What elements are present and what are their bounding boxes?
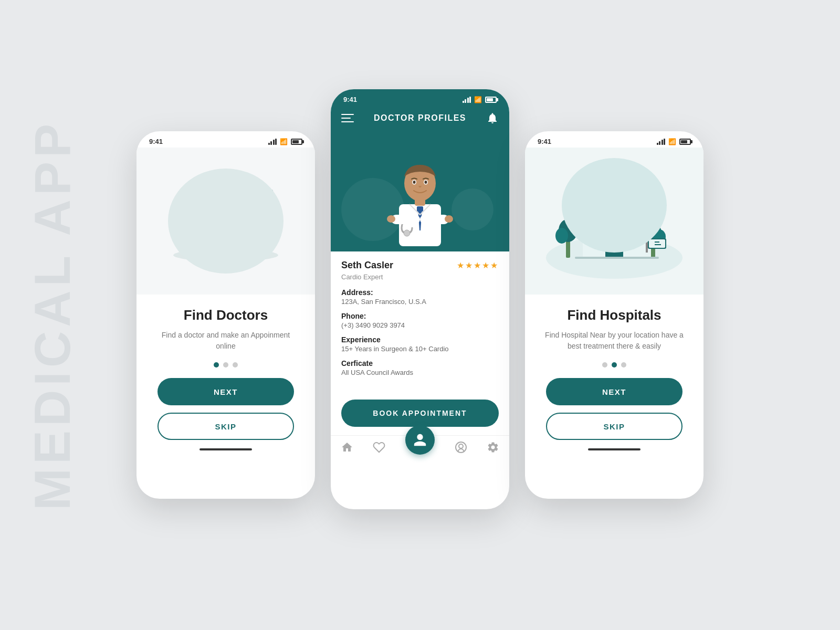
signal-icon-center xyxy=(463,97,471,103)
address-value: 123A, San Francisco, U.S.A xyxy=(341,298,499,306)
doctor-specialty: Cardio Expert xyxy=(341,273,499,281)
right-dot-2 xyxy=(612,362,617,368)
svg-point-62 xyxy=(459,444,463,448)
nav-doctor-center[interactable] xyxy=(405,425,435,455)
right-screen-title: Find Hospitals xyxy=(542,307,687,323)
status-bar-left: 9:41 📶 xyxy=(136,131,315,148)
bottom-nav xyxy=(331,435,509,461)
right-phone-content: Find Hospitals Find Hospital Near by you… xyxy=(525,295,704,450)
left-dots xyxy=(214,362,238,368)
left-next-button[interactable]: NEXT xyxy=(158,378,294,405)
phone-right: 9:41 📶 xyxy=(525,131,704,499)
watermark: MEDICAL APP xyxy=(0,0,105,630)
header-title: DOCTOR PROFILES xyxy=(374,113,466,123)
doctor-stars: ★★★★★ xyxy=(457,260,499,270)
wifi-icon-right: 📶 xyxy=(668,138,676,145)
dot-1 xyxy=(214,362,219,368)
experience-value: 15+ Years in Surgeon & 10+ Cardio xyxy=(341,345,499,353)
left-screen-subtitle: Find a doctor and make an Appoinment onl… xyxy=(153,330,298,352)
svg-point-66 xyxy=(555,228,568,244)
nav-profile[interactable] xyxy=(455,441,467,454)
experience-label: Experience xyxy=(341,335,499,344)
experience-block: Experience 15+ Years in Surgeon & 10+ Ca… xyxy=(341,335,499,353)
hospital-illustration xyxy=(525,148,704,295)
menu-icon[interactable] xyxy=(341,114,354,122)
phone-left: 9:41 📶 xyxy=(136,131,315,499)
certificate-label: Cerficate xyxy=(341,359,499,368)
svg-rect-91 xyxy=(575,257,659,259)
status-icons-right: 📶 xyxy=(657,138,691,145)
center-header: DOCTOR PROFILES xyxy=(331,106,509,131)
phone-value: (+3) 3490 9029 3974 xyxy=(341,321,499,329)
illustration-bg-circle xyxy=(168,169,284,274)
doctor-banner xyxy=(331,131,509,251)
address-label: Address: xyxy=(341,288,499,297)
signal-icon xyxy=(268,139,277,145)
right-dots xyxy=(525,362,704,368)
nav-favorites[interactable] xyxy=(373,441,385,454)
signal-icon-right xyxy=(657,139,666,145)
right-screen-subtitle: Find Hospital Near by your location have… xyxy=(542,330,687,352)
dot-3 xyxy=(233,362,238,368)
nav-home[interactable] xyxy=(341,441,353,454)
svg-rect-88 xyxy=(655,242,659,243)
left-skip-button[interactable]: SKIP xyxy=(158,413,294,440)
svg-point-59 xyxy=(413,181,416,184)
certificate-block: Cerficate All USA Council Awards xyxy=(341,359,499,376)
svg-rect-52 xyxy=(420,215,449,224)
left-screen-title: Find Doctors xyxy=(153,307,298,323)
svg-rect-87 xyxy=(649,239,665,248)
right-home-indicator xyxy=(588,448,640,450)
left-home-indicator xyxy=(200,448,252,450)
svg-rect-89 xyxy=(655,244,661,245)
wifi-icon-center: 📶 xyxy=(474,96,482,103)
wifi-icon: 📶 xyxy=(280,138,288,145)
book-appointment-button[interactable]: BOOK APPOINTMENT xyxy=(341,400,499,427)
doctor-card: Seth Casler ★★★★★ Cardio Expert Address:… xyxy=(331,251,509,391)
svg-rect-49 xyxy=(417,206,423,212)
address-block: Address: 123A, San Francisco, U.S.A xyxy=(341,288,499,306)
svg-point-53 xyxy=(445,215,453,223)
phones-container: 9:41 📶 xyxy=(136,121,704,509)
phone-center: 9:41 📶 DOCTOR PROFILES xyxy=(331,89,509,509)
nav-settings[interactable] xyxy=(487,441,499,454)
status-icons-left: 📶 xyxy=(268,138,303,145)
right-dot-1 xyxy=(602,362,607,368)
dot-2 xyxy=(223,362,228,368)
battery-icon xyxy=(291,139,302,145)
phone-block: Phone: (+3) 3490 9029 3974 xyxy=(341,312,499,329)
right-skip-button[interactable]: SKIP xyxy=(546,413,682,440)
left-text-section: Find Doctors Find a doctor and make an A… xyxy=(136,295,315,352)
status-icons-center: 📶 xyxy=(463,96,497,103)
left-illustration-area xyxy=(136,148,315,295)
bell-icon[interactable] xyxy=(486,112,499,124)
left-phone-content: Find Doctors Find a doctor and make an A… xyxy=(136,295,315,499)
phone-label: Phone: xyxy=(341,312,499,320)
certificate-value: All USA Council Awards xyxy=(341,369,499,376)
time-right: 9:41 xyxy=(538,138,551,145)
doctor-name-row: Seth Casler ★★★★★ xyxy=(341,260,499,271)
doctor-name: Seth Casler xyxy=(341,260,393,271)
time-left: 9:41 xyxy=(149,138,163,145)
right-dot-3 xyxy=(621,362,626,368)
battery-icon-right xyxy=(679,139,691,145)
svg-point-60 xyxy=(425,181,427,184)
right-text-section: Find Hospitals Find Hospital Near by you… xyxy=(525,295,704,352)
time-center: 9:41 xyxy=(343,96,357,103)
svg-point-50 xyxy=(404,230,410,236)
battery-icon-center xyxy=(485,97,497,103)
status-bar-right: 9:41 📶 xyxy=(525,131,704,148)
status-bar-center: 9:41 📶 xyxy=(331,89,509,106)
right-next-button[interactable]: NEXT xyxy=(546,378,682,405)
